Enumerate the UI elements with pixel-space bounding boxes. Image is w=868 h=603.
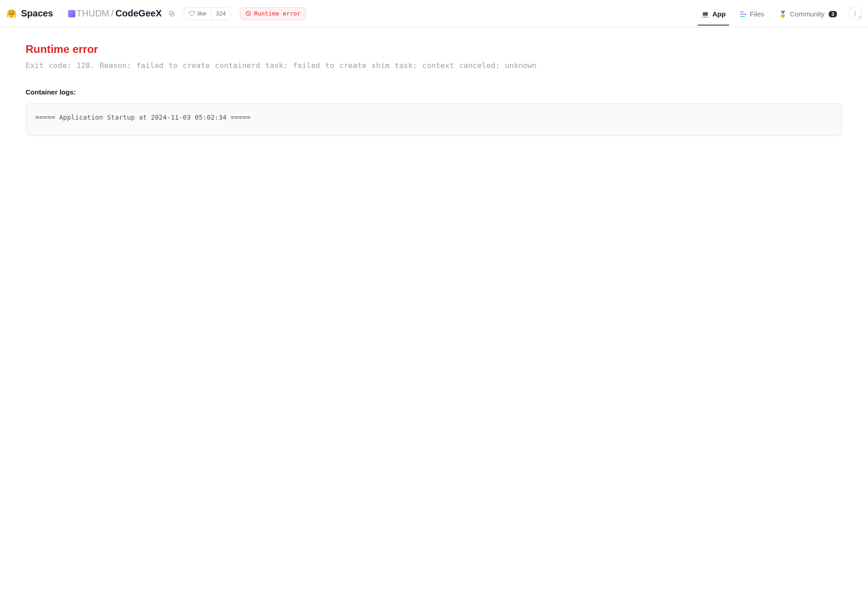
header-right: 💻 App Files 🥇 Community 3 <box>694 2 862 25</box>
community-count-badge: 3 <box>829 11 837 17</box>
like-button[interactable]: like 324 <box>184 7 231 20</box>
page-header: 🤗 Spaces THUDM / CodeGeeX like 324 <box>0 0 868 27</box>
header-left: 🤗 Spaces THUDM / CodeGeeX like 324 <box>6 7 306 20</box>
tab-files[interactable]: Files <box>733 2 772 25</box>
container-logs-title: Container logs: <box>26 88 842 96</box>
svg-line-3 <box>248 12 249 14</box>
like-count[interactable]: 324 <box>211 8 231 20</box>
like-label: like <box>197 10 206 17</box>
files-icon <box>740 11 746 17</box>
copy-name-button[interactable] <box>168 10 175 17</box>
svg-point-6 <box>855 15 856 16</box>
like-left: like <box>184 10 211 17</box>
svg-point-4 <box>855 11 856 12</box>
vertical-dots-icon <box>852 10 858 17</box>
svg-point-5 <box>855 13 856 14</box>
app-icon: 💻 <box>701 10 709 18</box>
tab-community[interactable]: 🥇 Community 3 <box>772 2 844 25</box>
breadcrumb-org[interactable]: THUDM <box>76 8 109 19</box>
breadcrumb-repo[interactable]: CodeGeeX <box>116 8 162 19</box>
breadcrumb-separator: / <box>111 8 114 19</box>
container-logs: ===== Application Startup at 2024-11-03 … <box>26 103 842 136</box>
more-menu-button[interactable] <box>849 7 862 20</box>
tab-files-label: Files <box>750 10 764 18</box>
tab-app[interactable]: 💻 App <box>694 2 733 25</box>
link-sub-icon <box>858 14 863 21</box>
main-content: Runtime error Exit code: 128. Reason: fa… <box>0 27 868 152</box>
error-reason: Exit code: 128. Reason: failed to create… <box>26 60 842 72</box>
status-badge[interactable]: Runtime error <box>240 7 306 20</box>
error-circle-icon <box>245 10 251 16</box>
tab-community-label: Community <box>790 10 825 18</box>
breadcrumb: THUDM / CodeGeeX <box>68 8 162 19</box>
error-title: Runtime error <box>26 43 842 56</box>
divider <box>62 10 63 18</box>
copy-icon <box>168 10 175 17</box>
community-icon: 🥇 <box>779 10 787 18</box>
hugging-face-icon: 🤗 <box>6 9 16 19</box>
org-avatar-icon <box>68 10 75 17</box>
heart-icon <box>189 10 195 17</box>
status-label: Runtime error <box>254 10 301 17</box>
spaces-link[interactable]: Spaces <box>21 8 53 19</box>
tab-app-label: App <box>712 10 725 18</box>
